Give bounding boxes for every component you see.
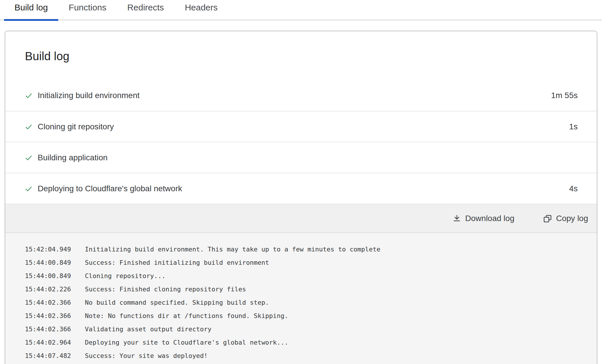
log-message: Initializing build environment. This may… bbox=[85, 243, 380, 256]
log-timestamp: 15:44:02.964 bbox=[25, 336, 71, 349]
build-step-row: Initializing build environment 1m 55s bbox=[5, 80, 597, 111]
log-timestamp: 15:44:02.366 bbox=[25, 323, 71, 336]
tab[interactable]: Functions bbox=[58, 0, 117, 20]
log-message: No build command specified. Skipping bui… bbox=[85, 296, 269, 309]
log-timestamp: 15:42:04.949 bbox=[25, 243, 71, 256]
check-icon bbox=[25, 154, 32, 161]
build-step-row: Cloning git repository 1s bbox=[5, 111, 597, 142]
log-timestamp: 15:44:02.366 bbox=[25, 296, 71, 309]
check-icon bbox=[25, 185, 32, 192]
tab[interactable]: Headers bbox=[174, 0, 228, 20]
copy-log-button[interactable]: Copy log bbox=[543, 214, 588, 223]
check-icon bbox=[25, 92, 32, 99]
download-icon bbox=[453, 214, 461, 223]
deployment-tabs: Build log Functions Redirects Headers bbox=[0, 0, 602, 20]
log-message: Note: No functions dir at /functions fou… bbox=[85, 309, 288, 323]
log-line: 15:44:07.482 Success: Your site was depl… bbox=[25, 349, 577, 363]
check-icon bbox=[25, 123, 32, 130]
step-duration: 1s bbox=[569, 122, 578, 131]
log-line: 15:44:02.366 Validating asset output dir… bbox=[25, 323, 577, 336]
download-log-button[interactable]: Download log bbox=[453, 214, 515, 223]
tab-label: Functions bbox=[69, 3, 106, 12]
build-steps-list: Initializing build environment 1m 55s Cl… bbox=[5, 80, 597, 204]
tab-label: Headers bbox=[185, 3, 218, 12]
tab[interactable]: Build log bbox=[4, 0, 58, 20]
step-label: Initializing build environment bbox=[38, 91, 140, 100]
copy-log-label: Copy log bbox=[556, 214, 588, 223]
log-line: 15:44:00.849 Success: Finished initializ… bbox=[25, 256, 577, 269]
log-line: 15:44:02.366 Note: No functions dir at /… bbox=[25, 309, 577, 323]
build-log-output[interactable]: 15:42:04.949 Initializing build environm… bbox=[5, 232, 597, 364]
log-line: 15:44:02.964 Deploying your site to Clou… bbox=[25, 336, 577, 349]
log-message: Success: Finished initializing build env… bbox=[85, 256, 269, 269]
log-timestamp: 15:44:00.849 bbox=[25, 269, 71, 283]
tab-label: Build log bbox=[14, 3, 48, 12]
step-label: Building application bbox=[38, 153, 107, 162]
log-timestamp: 15:44:00.849 bbox=[25, 256, 71, 269]
step-label: Cloning git repository bbox=[38, 122, 114, 131]
log-line: 15:44:00.849 Cloning repository... bbox=[25, 269, 577, 283]
page-title: Build log bbox=[25, 49, 577, 63]
step-label: Deploying to Cloudflare's global network bbox=[38, 184, 182, 193]
log-message: Cloning repository... bbox=[85, 269, 165, 283]
build-step-row: Deploying to Cloudflare's global network… bbox=[5, 173, 597, 204]
tab-label: Redirects bbox=[127, 3, 164, 12]
download-log-label: Download log bbox=[465, 214, 515, 223]
log-timestamp: 15:44:02.366 bbox=[25, 309, 71, 323]
build-log-card: Build log Initializing build environment… bbox=[5, 31, 597, 364]
step-duration: 1m 55s bbox=[551, 91, 578, 100]
log-line: 15:44:02.366 No build command specified.… bbox=[25, 296, 577, 309]
log-timestamp: 15:44:02.226 bbox=[25, 283, 71, 296]
copy-icon bbox=[543, 214, 552, 223]
tab[interactable]: Redirects bbox=[117, 0, 174, 20]
log-timestamp: 15:44:07.482 bbox=[25, 349, 71, 363]
step-duration: 4s bbox=[569, 184, 578, 193]
log-toolbar: Download log Copy log bbox=[5, 204, 597, 232]
log-message: Deploying your site to Cloudflare's glob… bbox=[85, 336, 288, 349]
log-line: 15:44:02.226 Success: Finished cloning r… bbox=[25, 283, 577, 296]
build-step-row: Building application bbox=[5, 142, 597, 173]
card-header: Build log bbox=[5, 31, 597, 63]
log-message: Success: Your site was deployed! bbox=[85, 349, 208, 363]
log-line: 15:42:04.949 Initializing build environm… bbox=[25, 243, 577, 256]
log-message: Success: Finished cloning repository fil… bbox=[85, 283, 246, 296]
log-message: Validating asset output directory bbox=[85, 323, 211, 336]
